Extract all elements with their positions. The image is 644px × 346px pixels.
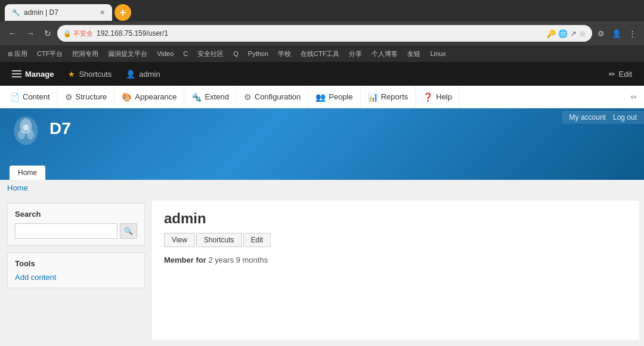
- bookmark-video[interactable]: Video: [154, 49, 177, 58]
- search-input[interactable]: [15, 223, 117, 239]
- reports-icon: 📊: [368, 92, 378, 102]
- leakage-label: 漏洞提文平台: [108, 49, 147, 58]
- bookmark-leakage[interactable]: 漏洞提文平台: [105, 48, 150, 60]
- url-text: 192.168.75.159/user/1: [97, 29, 543, 38]
- bookmark-star-icon[interactable]: ☆: [579, 29, 586, 38]
- blog-label: 个人博客: [371, 49, 398, 58]
- address-bar[interactable]: 🔒 不安全 192.168.75.159/user/1 🔑 🌐 ↗ ☆: [57, 25, 592, 42]
- member-prefix: Member for: [164, 255, 206, 264]
- profile-button[interactable]: 👤: [609, 27, 624, 40]
- nav-content[interactable]: 📄 Content: [2, 86, 58, 108]
- member-info: Member for 2 years 9 months: [164, 255, 627, 264]
- admin-user-button[interactable]: 👤 admin: [119, 62, 167, 86]
- tab-shortcuts[interactable]: Shortcuts: [196, 233, 242, 247]
- manage-label: Manage: [25, 70, 54, 79]
- shortcuts-button[interactable]: ★ Shortcuts: [61, 62, 119, 86]
- hero-area: My account Log out D7 Home: [0, 108, 644, 180]
- edit-button[interactable]: ✏ Edit: [602, 62, 639, 86]
- bookmark-c[interactable]: C: [180, 49, 191, 58]
- extensions-button[interactable]: ⚙: [595, 27, 608, 40]
- share-icon: ↗: [570, 29, 577, 38]
- tab-close-button[interactable]: ✕: [100, 9, 105, 17]
- admin-toolbar: Manage ★ Shortcuts 👤 admin ✏ Edit: [0, 62, 644, 86]
- content-label: Content: [23, 92, 50, 101]
- breadcrumb-home[interactable]: Home: [7, 183, 28, 192]
- add-content-link[interactable]: Add content: [15, 273, 56, 282]
- bookmark-ctf-tools[interactable]: 在线CTF工具: [298, 48, 342, 60]
- svg-point-3: [27, 130, 34, 139]
- bookmark-security[interactable]: 安全社区: [194, 48, 227, 60]
- video-label: Video: [157, 50, 174, 57]
- reload-button[interactable]: ↻: [41, 26, 55, 40]
- nav-structure[interactable]: ⚙ Structure: [58, 86, 115, 108]
- search-button[interactable]: 🔍: [120, 223, 137, 239]
- apps-label: 应用: [14, 49, 27, 58]
- my-account-link[interactable]: My account: [569, 113, 606, 121]
- bookmark-friends[interactable]: 友链: [404, 48, 423, 60]
- wawa-label: 挖洞专用: [72, 49, 98, 58]
- security-label: 安全社区: [197, 49, 224, 58]
- people-icon: 👥: [315, 92, 326, 102]
- secondary-nav: 📄 Content ⚙ Structure 🎨 Appearance 🔩 Ext…: [0, 86, 644, 108]
- nav-appearance[interactable]: 🎨 Appearance: [114, 86, 184, 108]
- breadcrumb-wrapper: Home: [0, 180, 644, 196]
- translate-icon: 🌐: [558, 29, 568, 38]
- bookmark-python[interactable]: Python: [245, 49, 271, 58]
- bookmark-school[interactable]: 学校: [275, 48, 294, 60]
- bookmark-apps[interactable]: ⊞ 应用: [5, 48, 30, 60]
- appearance-icon: 🎨: [122, 92, 132, 102]
- bookmark-share[interactable]: 分享: [346, 48, 365, 60]
- bookmark-wawa[interactable]: 挖洞专用: [69, 48, 101, 60]
- nav-help[interactable]: ❓ Help: [416, 86, 460, 108]
- help-icon: ❓: [423, 92, 433, 102]
- shortcuts-label: Shortcuts: [79, 70, 112, 79]
- search-block: Search 🔍: [7, 203, 145, 245]
- bookmark-q[interactable]: Q: [230, 49, 242, 58]
- profile-tabs: View Shortcuts Edit: [164, 233, 627, 247]
- tab-view[interactable]: View: [164, 233, 195, 247]
- bookmarks-bar: ⊞ 应用 CTF平台 挖洞专用 漏洞提文平台 Video C 安全社区 Q Py…: [0, 45, 644, 62]
- configuration-label: Configuration: [255, 92, 301, 101]
- member-duration: 2 years 9 months: [208, 255, 268, 264]
- reports-label: Reports: [381, 92, 408, 101]
- share-label: 分享: [349, 49, 362, 58]
- c-label: C: [183, 50, 188, 57]
- tab-edit[interactable]: Edit: [243, 233, 271, 247]
- drupal-logo: [10, 114, 42, 147]
- nav-people[interactable]: 👥 People: [308, 86, 360, 108]
- nav-reports[interactable]: 📊 Reports: [361, 86, 416, 108]
- svg-point-2: [18, 130, 25, 139]
- forward-button[interactable]: →: [23, 26, 38, 40]
- ctf-label: CTF平台: [37, 49, 63, 58]
- new-tab-button[interactable]: +: [114, 4, 131, 21]
- appearance-label: Appearance: [135, 92, 177, 101]
- extend-label: Extend: [205, 92, 228, 101]
- menu-button[interactable]: ⋮: [626, 27, 639, 40]
- active-tab[interactable]: 🔧 admin | D7 ✕: [5, 4, 112, 21]
- home-tab[interactable]: Home: [10, 166, 45, 180]
- logout-link[interactable]: Log out: [613, 113, 637, 121]
- structure-label: Structure: [76, 92, 107, 101]
- profile-username: admin: [164, 210, 627, 227]
- bookmark-blog[interactable]: 个人博客: [369, 48, 401, 60]
- bookmark-ctf[interactable]: CTF平台: [34, 48, 66, 60]
- site-name: D7: [49, 119, 71, 138]
- user-icon: 👤: [126, 70, 135, 79]
- content-icon: 📄: [10, 92, 20, 102]
- back-button[interactable]: ←: [5, 26, 20, 40]
- user-label: admin: [139, 70, 160, 79]
- address-bar-icons: 🔑 🌐 ↗ ☆: [546, 29, 586, 38]
- tools-block-title: Tools: [15, 259, 137, 268]
- browser-chrome: 🔧 admin | D7 ✕ + ← → ↻ 🔒 不安全 192.168.75.…: [0, 0, 644, 62]
- hamburger-icon: [12, 70, 21, 77]
- q-label: Q: [233, 50, 239, 57]
- account-bar: My account Log out: [562, 111, 644, 124]
- manage-button[interactable]: Manage: [5, 62, 61, 86]
- bookmark-linux[interactable]: Linux: [427, 49, 448, 58]
- nav-configuration[interactable]: ⚙ Configuration: [237, 86, 308, 108]
- nav-extend[interactable]: 🔩 Extend: [184, 86, 236, 108]
- navigation-bar: ← → ↻ 🔒 不安全 192.168.75.159/user/1 🔑 🌐 ↗ …: [0, 21, 644, 45]
- nav-expand-toggle[interactable]: ⇔: [626, 92, 642, 101]
- tab-favicon: 🔧: [12, 9, 20, 17]
- pencil-icon: ✏: [609, 70, 615, 79]
